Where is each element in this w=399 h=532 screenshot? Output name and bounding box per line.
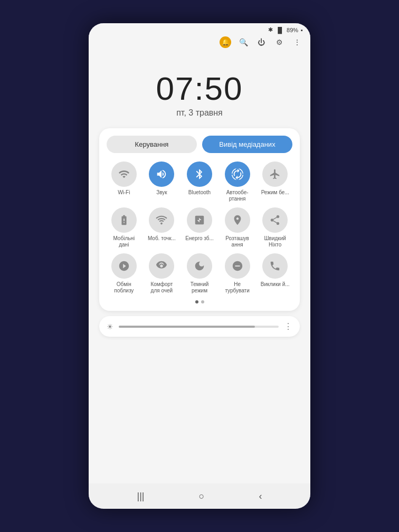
tile-sound-label: Звук [156,189,167,196]
tab-control[interactable]: Керування [107,136,197,153]
bluetooth-icon [187,162,212,187]
hotspot-icon [149,207,174,233]
tile-comforteyes-label: Комфорт для очей [146,281,177,294]
tile-darkmode[interactable]: Темний режим [182,253,217,294]
darkmode-icon [187,253,212,279]
notification-icon[interactable]: 🔔 [220,36,231,48]
tile-bluetooth[interactable]: Bluetooth [182,162,217,202]
page-dot-1 [195,300,198,303]
calls-icon [262,253,288,279]
tile-hotspot-label: Моб. точк... [148,235,176,242]
tile-comforteyes[interactable]: Комфорт для очей [145,253,179,294]
sound-icon [149,162,174,187]
tile-darkmode-label: Темний режим [184,281,215,294]
tile-nearshare-label: Обмін поблизу [108,281,140,294]
wifi-icon [111,162,137,187]
brightness-icon: ☀ [107,322,113,331]
brightness-menu-icon[interactable]: ⋮ [284,321,292,331]
bottom-nav: ||| ○ ‹ [89,483,310,509]
tile-autorotate[interactable]: Автообе-ртання [220,162,255,202]
status-bar: ✱ ▐▌ 89% ▪ [89,23,310,35]
power-icon[interactable]: ⏻ [255,36,267,48]
brightness-fill [119,326,255,328]
top-icons-row: 🔔 🔍 ⏻ ⚙ ⋮ [89,35,310,51]
brightness-track[interactable] [119,326,279,328]
clock-time: 07:50 [89,72,310,105]
settings-icon[interactable]: ⚙ [273,36,285,48]
tile-donotdisturb-label: Не турбувати [222,281,253,294]
mobiledata-icon [111,207,137,233]
clock-date: пт, 3 травня [89,108,310,118]
page-dots [107,300,292,303]
comforteyes-icon [149,253,174,279]
tile-wifi-label: Wi-Fi [118,189,130,196]
tile-quickshare-label: Швидкий Ніхто [259,235,291,248]
tile-wifi[interactable]: Wi-Fi [107,162,141,202]
tile-autorotate-label: Автообе-ртання [222,189,253,202]
search-icon[interactable]: 🔍 [238,36,249,48]
airplane-icon [262,162,288,187]
tile-energy[interactable]: Енерго зб... [182,207,217,248]
tile-quickshare[interactable]: Швидкий Ніхто [258,207,292,248]
nav-back-button[interactable]: ‹ [250,487,270,506]
status-icons: ✱ ▐▌ 89% ▪ [268,26,303,33]
tile-mobiledata[interactable]: Мобільні дані [107,207,141,248]
nav-home-button[interactable]: ○ [191,487,213,506]
energy-icon [187,207,212,233]
tile-calls[interactable]: Виклики й... [258,253,292,294]
nav-recent-button[interactable]: ||| [129,487,153,506]
main-panel: 07:50 пт, 3 травня Керування Вивід медіа… [89,51,310,483]
brightness-bar: ☀ ⋮ [99,316,300,337]
battery-percent: 89% [287,27,298,33]
autorotate-icon [225,162,250,187]
tile-bluetooth-label: Bluetooth [188,189,211,196]
quick-panel: Керування Вивід медіаданих Wi-Fi [99,128,300,311]
donotdisturb-icon [225,253,250,279]
clock-section: 07:50 пт, 3 травня [89,51,310,128]
bluetooth-status-icon: ✱ [268,26,273,33]
tab-media[interactable]: Вивід медіаданих [202,136,292,153]
signal-icon: ▐▌ [276,27,284,33]
more-icon[interactable]: ⋮ [291,36,303,48]
tile-airplane-label: Режим бе... [261,189,289,196]
page-dot-2 [201,300,204,303]
tab-row: Керування Вивід медіаданих [107,136,292,153]
tile-nearshare[interactable]: Обмін поблизу [107,253,141,294]
tile-donotdisturb[interactable]: Не турбувати [220,253,255,294]
location-icon [225,207,250,233]
tile-sound[interactable]: Звук [145,162,179,202]
tiles-grid: Wi-Fi Звук [107,162,292,294]
tile-mobiledata-label: Мобільні дані [108,235,140,248]
tile-energy-label: Енерго зб... [185,235,214,242]
tile-airplane[interactable]: Режим бе... [258,162,292,202]
battery-icon: ▪ [301,27,303,33]
tile-location[interactable]: Розташув ання [220,207,255,248]
tile-location-label: Розташув ання [222,235,253,248]
quickshare-icon [262,207,288,233]
tile-hotspot[interactable]: Моб. точк... [145,207,179,248]
nearshare-icon [111,253,137,279]
tile-calls-label: Виклики й... [261,281,290,288]
